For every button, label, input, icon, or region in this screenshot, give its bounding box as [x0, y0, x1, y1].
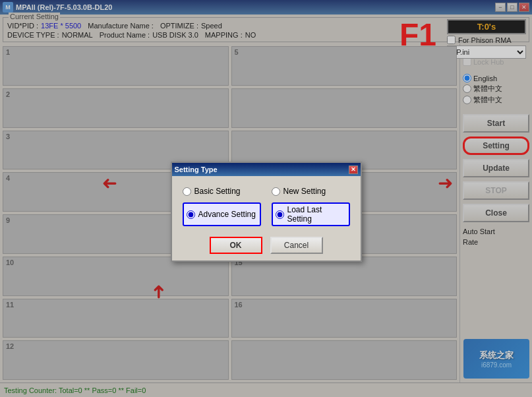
modal-overlay: Setting Type ✕ Basic Setting New Setting: [0, 0, 532, 397]
dialog-buttons: OK Cancel: [183, 237, 350, 254]
dialog-body: Basic Setting New Setting Advance Settin…: [172, 176, 361, 260]
advance-setting-radio[interactable]: [187, 210, 195, 219]
advance-setting-label: Advance Setting: [198, 210, 256, 219]
load-last-setting-label: Load Last Setting: [287, 205, 346, 224]
dialog-options: Basic Setting New Setting Advance Settin…: [183, 187, 350, 226]
dialog-close-button[interactable]: ✕: [349, 166, 358, 174]
new-setting-option[interactable]: New Setting: [272, 187, 350, 196]
advance-setting-option[interactable]: Advance Setting: [183, 202, 261, 226]
basic-setting-option[interactable]: Basic Setting: [183, 187, 261, 196]
basic-setting-radio[interactable]: [183, 187, 191, 196]
ok-button[interactable]: OK: [210, 237, 262, 254]
cancel-button[interactable]: Cancel: [270, 237, 323, 254]
load-last-setting-option[interactable]: Load Last Setting: [272, 202, 350, 226]
dialog: Setting Type ✕ Basic Setting New Setting: [171, 162, 362, 262]
dialog-title: Setting Type: [175, 166, 218, 173]
new-setting-label: New Setting: [283, 187, 326, 196]
new-setting-radio[interactable]: [272, 187, 280, 196]
basic-setting-label: Basic Setting: [194, 187, 241, 196]
load-last-setting-radio[interactable]: [276, 210, 284, 219]
dialog-title-bar: Setting Type ✕: [172, 163, 361, 176]
